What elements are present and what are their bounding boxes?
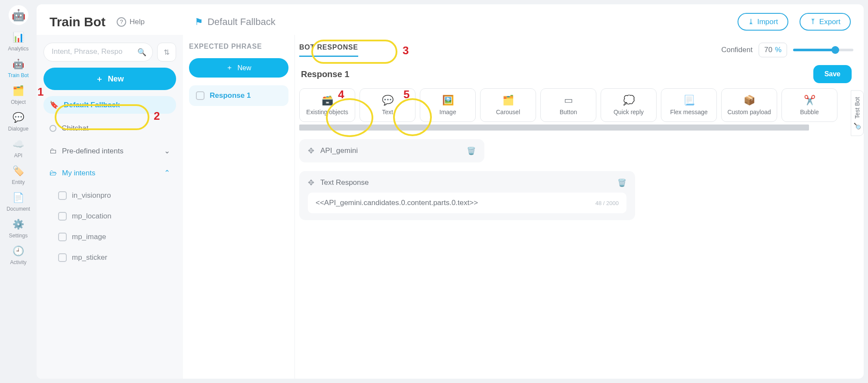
api-icon: ☁️ xyxy=(12,138,25,151)
drag-icon[interactable]: ✥ xyxy=(308,146,314,156)
sidebar-myintents[interactable]: 🗁My intents ⌃ xyxy=(43,165,176,181)
topbar: Train Bot ? Help ⚑ Default Fallback ⤓ Im… xyxy=(37,4,864,35)
rail-settings[interactable]: ⚙️ Settings xyxy=(5,218,32,239)
brand-logo: 🤖 xyxy=(9,5,28,25)
export-icon: ⤒ xyxy=(810,17,816,26)
activity-icon: 🕘 xyxy=(12,245,25,258)
bot-icon: 🤖 xyxy=(12,9,25,22)
intent-mp-location[interactable]: mp_location xyxy=(53,208,176,225)
quickreply-icon: 💭 xyxy=(623,95,635,106)
intent-mp-sticker[interactable]: mp_sticker xyxy=(53,249,176,266)
sidebar-chitchat[interactable]: Chitchat xyxy=(43,120,176,137)
folder-open-icon: 🗁 xyxy=(50,169,57,177)
carousel-icon: 🗂️ xyxy=(502,95,514,106)
tab-bot-response[interactable]: BOT RESPONSE xyxy=(299,44,358,57)
flex-icon: 📃 xyxy=(683,95,695,106)
sidebar-default-fallback[interactable]: 🔖 Default Fallback xyxy=(43,96,176,114)
checkbox-icon xyxy=(58,212,67,221)
text-response-input[interactable]: <<API_gemini.candidates.0.content.parts.… xyxy=(308,193,626,213)
chevron-down-icon: ⌄ xyxy=(164,146,170,156)
test-bot-button[interactable]: 🔍 Test Bot xyxy=(851,90,864,136)
block-carousel[interactable]: 🗂️Carousel xyxy=(480,88,536,122)
bookmark-icon: 🔖 xyxy=(50,100,59,109)
response-content: BOT RESPONSE Confident 70 % Res xyxy=(295,35,864,379)
rail-object[interactable]: 🗂️ Object xyxy=(5,84,32,105)
checkbox-icon xyxy=(58,233,67,241)
search-icon: 🔍 xyxy=(854,122,861,130)
new-intent-button[interactable]: ＋ New xyxy=(43,68,176,90)
main-panel: Train Bot ? Help ⚑ Default Fallback ⤓ Im… xyxy=(37,4,864,379)
custom-icon: 📦 xyxy=(744,95,755,106)
breadcrumb: ⚑ Default Fallback xyxy=(195,16,276,28)
rail-analytics[interactable]: 📊 Analytics xyxy=(5,31,32,52)
delete-icon[interactable]: 🗑️ xyxy=(617,178,626,187)
block-bubble[interactable]: ✂️Bubble xyxy=(781,88,837,122)
block-existing-objects[interactable]: 🗃️Existing objects xyxy=(299,88,355,122)
block-image[interactable]: 🖼️Image xyxy=(420,88,476,122)
response-title: Response 1 xyxy=(301,69,349,79)
radio-icon xyxy=(50,125,56,132)
delete-icon[interactable]: 🗑️ xyxy=(467,146,476,156)
response-list-item[interactable]: Response 1 xyxy=(189,85,288,106)
rail-document[interactable]: 📄 Document xyxy=(5,191,32,212)
rail-dialogue[interactable]: 💬 Dialogue xyxy=(5,111,32,132)
bubble-icon: ✂️ xyxy=(804,95,815,106)
import-button[interactable]: ⤓ Import xyxy=(738,13,788,31)
folder-icon: 🗀 xyxy=(50,147,57,156)
import-icon: ⤓ xyxy=(748,17,754,26)
chevron-up-icon: ⌃ xyxy=(164,168,170,177)
new-response-button[interactable]: ＋ New xyxy=(189,58,288,78)
objects-icon: 🗃️ xyxy=(322,95,333,106)
checkbox-icon xyxy=(58,191,67,200)
confidence-control: Confident 70 % xyxy=(721,43,853,57)
rail-activity[interactable]: 🕘 Activity xyxy=(5,245,32,265)
save-button[interactable]: Save xyxy=(813,65,852,83)
rail-trainbot[interactable]: 🤖 Train Bot xyxy=(5,58,32,78)
block-text[interactable]: 💬Text xyxy=(360,88,415,122)
flag-icon: ⚑ xyxy=(195,16,203,28)
document-icon: 📄 xyxy=(12,191,25,204)
settings-icon: ⚙️ xyxy=(12,218,25,231)
image-icon: 🖼️ xyxy=(442,95,454,106)
plus-icon: ＋ xyxy=(226,63,233,72)
search-icon: 🔍 xyxy=(137,48,146,57)
export-button[interactable]: ⤒ Export xyxy=(800,13,851,31)
help-icon: ? xyxy=(117,17,126,27)
block-scrollbar[interactable] xyxy=(299,125,809,131)
block-palette: 🗃️Existing objects 💬Text 🖼️Image 🗂️Carou… xyxy=(299,88,853,124)
sort-icon: ⇅ xyxy=(164,48,170,57)
analytics-icon: 📊 xyxy=(12,31,25,44)
rail-entity[interactable]: 🏷️ Entity xyxy=(5,165,32,185)
intent-in-visionpro[interactable]: in_visionpro xyxy=(53,187,176,204)
tab-expected-phrase[interactable]: EXPECTED PHRASE xyxy=(189,43,262,50)
block-custom[interactable]: 📦Custom payload xyxy=(721,88,777,122)
help-link[interactable]: ? Help xyxy=(117,17,145,27)
entity-icon: 🏷️ xyxy=(12,165,25,177)
checkbox-icon xyxy=(58,253,67,262)
page-title: Train Bot xyxy=(50,15,105,29)
rail-api[interactable]: ☁️ API xyxy=(5,138,32,159)
object-icon: 🗂️ xyxy=(12,84,25,97)
char-count: 48 / 2000 xyxy=(595,200,619,206)
response-list: EXPECTED PHRASE ＋ New Response 1 xyxy=(183,35,295,379)
confidence-slider[interactable] xyxy=(793,49,853,51)
dialogue-icon: 💬 xyxy=(12,111,25,124)
nav-rail: 🤖 📊 Analytics 🤖 Train Bot 🗂️ Object 💬 Di… xyxy=(0,0,37,383)
trainbot-icon: 🤖 xyxy=(12,58,25,71)
text-icon: 💬 xyxy=(382,95,394,106)
block-button[interactable]: ▭Button xyxy=(540,88,596,122)
button-icon: ▭ xyxy=(564,95,573,106)
confidence-input[interactable]: 70 % xyxy=(759,43,787,57)
drag-icon[interactable]: ✥ xyxy=(308,178,314,187)
text-response-card: ✥ Text Response 🗑️ <<API_gemini.candidat… xyxy=(299,171,635,220)
block-flex[interactable]: 📃Flex message xyxy=(661,88,717,122)
plus-icon: ＋ xyxy=(96,74,103,84)
intent-mp-image[interactable]: mp_image xyxy=(53,228,176,246)
intent-sidebar: Intent, Phrase, Respo 🔍 ⇅ ＋ New 🔖 Defaul… xyxy=(37,35,183,379)
block-quickreply[interactable]: 💭Quick reply xyxy=(601,88,657,122)
search-input[interactable]: Intent, Phrase, Respo 🔍 xyxy=(43,43,153,62)
api-card: ✥ API_gemini 🗑️ xyxy=(299,139,484,162)
checkbox-icon xyxy=(196,91,205,100)
sort-button[interactable]: ⇅ xyxy=(157,43,176,62)
sidebar-predefined[interactable]: 🗀Pre-defined intents ⌄ xyxy=(43,143,176,159)
